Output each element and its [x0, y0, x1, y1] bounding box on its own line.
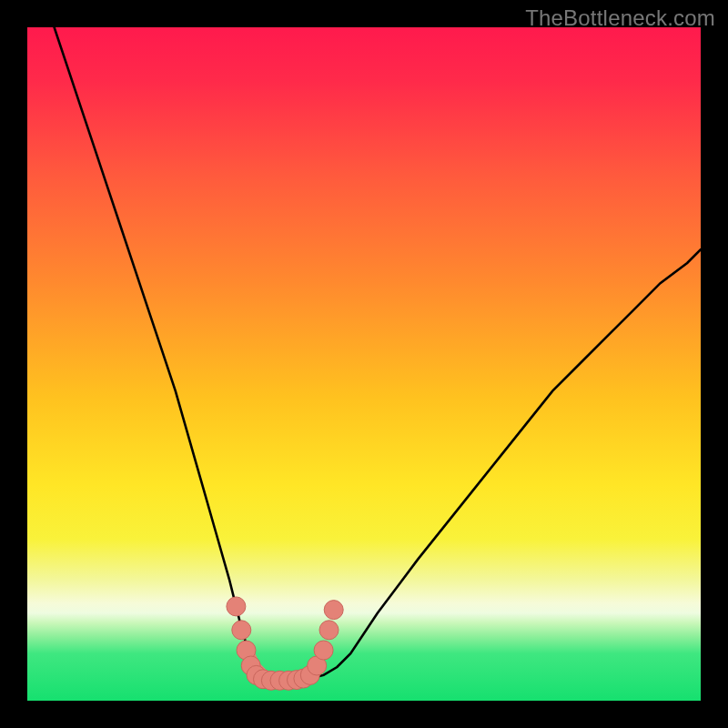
bottleneck-curve-chart: [27, 27, 701, 701]
gradient-background: [27, 27, 701, 701]
chart-frame: TheBottleneck.com: [0, 0, 728, 728]
plot-area: [27, 27, 701, 701]
watermark-text: TheBottleneck.com: [525, 5, 715, 31]
curve-marker: [319, 621, 339, 640]
curve-marker: [314, 641, 333, 660]
curve-marker: [232, 621, 251, 640]
curve-marker: [227, 597, 246, 616]
curve-marker: [324, 601, 343, 620]
